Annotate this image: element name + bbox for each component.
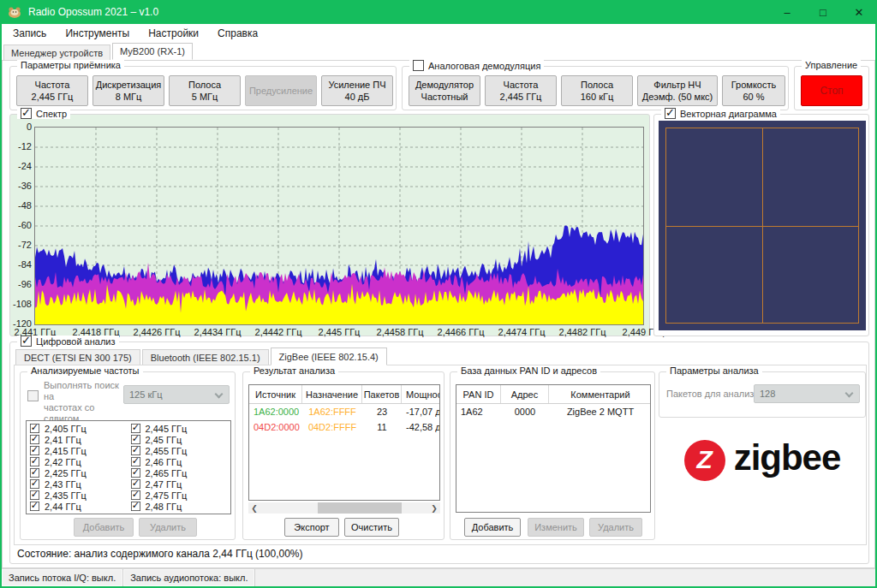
checkbox-checked-icon[interactable] [130,457,140,466]
menu-tools[interactable]: Инструменты [56,24,139,43]
scroll-left-icon[interactable]: ❮ [248,502,260,514]
if-gain-button[interactable]: Усиление ПЧ 40 дБ [321,75,393,106]
frequency-label: 2,405 ГГц [45,424,87,434]
frequency-label: 2,445 ГГц [146,424,188,434]
close-icon[interactable]: ✕ [841,0,877,24]
checkbox-checked-icon[interactable] [130,446,140,455]
frequency-item[interactable]: 2,435 ГГц [29,490,130,501]
frequency-item[interactable]: 2,48 ГГц [130,501,231,512]
checkbox-checked-icon[interactable] [30,435,39,444]
menu-help[interactable]: Справка [208,24,267,43]
scroll-right-icon[interactable]: ❯ [428,502,440,514]
x-tick-label: 2,4426 ГГц [134,327,181,337]
frequency-label: 2,415 ГГц [45,446,87,456]
frequency-add-button: Добавить [74,518,134,537]
frequency-item[interactable]: 2,44 ГГц [29,501,130,512]
spectrum-checkbox[interactable] [21,108,32,119]
pan-db-table[interactable]: PAN ID Адрес Комментарий 1A62 0000 ZigBe… [456,384,651,513]
tab-myb200-rx1[interactable]: MyB200 (RX-1) [112,43,193,60]
table-row[interactable]: 1A62:0000 1A62:FFFF 23 -17,07 дБ [249,404,439,419]
frequency-item[interactable]: 2,445 ГГц [130,423,231,434]
demodulator-button[interactable]: Демодулятор Частотный [409,75,480,106]
col-power: Мощность [402,385,440,403]
cell-packets: 11 [362,419,402,435]
frequencies-listbox[interactable]: 2,405 ГГц 2,41 ГГц 2,415 ГГц 2,42 ГГц 2,… [26,420,231,514]
iq-recording-status: Запись потока I/Q: выкл. [2,569,123,586]
sample-rate-button[interactable]: Дискретизация 8 МГц [92,75,164,106]
bandwidth-button[interactable]: Полоса 5 МГц [169,75,241,106]
frequency-label: 2,46 ГГц [146,457,182,467]
maximize-icon[interactable]: □ [805,0,841,24]
checkbox-checked-icon[interactable] [30,502,39,511]
frequency-item[interactable]: 2,465 ГГц [130,467,231,478]
checkbox-checked-icon[interactable] [130,468,140,478]
tab-device-manager[interactable]: Менеджер устройств [3,45,110,60]
checkbox-checked-icon[interactable] [30,424,39,433]
cell-pan-id: 1A62 [456,404,501,419]
scroll-thumb[interactable] [318,502,402,514]
checkbox-checked-icon[interactable] [130,479,140,489]
demod-bandwidth-button[interactable]: Полоса 160 кГц [561,75,633,106]
clear-button[interactable]: Очистить [344,518,399,537]
checkbox-checked-icon[interactable] [30,468,39,478]
tab-zigbee[interactable]: ZigBee (IEEE 802.15.4) [271,347,387,365]
frequency-item[interactable]: 2,41 ГГц [29,434,130,445]
export-button[interactable]: Экспорт [284,518,339,537]
minimize-icon[interactable]: – [769,0,805,24]
checkbox-checked-icon[interactable] [30,479,39,489]
y-tick-label: -36 [10,181,32,191]
analog-demod-checkbox[interactable] [413,60,424,71]
vector-diagram-checkbox[interactable] [665,108,676,119]
tab-dect[interactable]: DECT (ETSI EN 300 175) [15,349,140,365]
frequency-label: 2,43 ГГц [45,479,81,490]
spectrum-plot-area[interactable] [34,127,644,325]
checkbox-checked-icon[interactable] [30,446,39,455]
y-tick-label: -48 [10,200,32,211]
checkbox-checked-icon[interactable] [130,502,140,511]
frequency-item[interactable]: 2,42 ГГц [29,456,130,467]
menu-bar: Запись Инструменты Настройки Справка [2,24,875,43]
frequencies-group: Анализируемые частоты Выполнять поиск на… [20,371,236,540]
frequency-item[interactable]: 2,475 ГГц [130,490,231,501]
analysis-params-group: Параметры анализа Пакетов для анализа: 1… [659,371,866,418]
table-row[interactable]: 1A62 0000 ZigBee 2 MQTT [456,404,650,419]
volume-button[interactable]: Громкость 60 % [722,75,785,106]
tab-bluetooth[interactable]: Bluetooth (IEEE 802.15.1) [142,349,269,365]
checkbox-checked-icon[interactable] [130,424,140,433]
frequency-button[interactable]: Частота 2,445 ГГц [16,75,88,106]
scroll-track[interactable] [260,502,428,514]
checkbox-checked-icon[interactable] [130,490,140,500]
checkbox-checked-icon[interactable] [30,457,39,466]
frequency-label: 2,48 ГГц [146,502,182,512]
frequency-label: 2,475 ГГц [146,490,188,501]
results-table[interactable]: Источник Назначение Пакетов Мощность 1A6… [248,384,440,501]
menu-settings[interactable]: Настройки [139,24,208,43]
x-tick-label: 2,4466 ГГц [438,327,485,337]
analysis-params-title: Параметры анализа [666,365,762,376]
frequency-item[interactable]: 2,45 ГГц [130,434,231,445]
demod-frequency-button[interactable]: Частота 2,445 ГГц [485,75,557,106]
table-row[interactable]: 04D2:0000 04D2:FFFF 11 -42,58 дБ [249,419,439,435]
frequency-item[interactable]: 2,43 ГГц [29,478,130,490]
results-h-scrollbar[interactable]: ❮ ❯ [248,502,440,514]
frequency-item[interactable]: 2,47 ГГц [130,478,231,490]
protocol-tabstrip: DECT (ETSI EN 300 175) Bluetooth (IEEE 8… [15,347,389,365]
digital-analysis-checkbox[interactable] [21,336,32,347]
y-tick-label: 0 [10,122,32,132]
frequency-item[interactable]: 2,425 ГГц [29,467,130,478]
frequency-item[interactable]: 2,455 ГГц [130,445,231,456]
checkbox-checked-icon[interactable] [130,435,140,444]
frequency-item[interactable]: 2,46 ГГц [130,456,231,467]
analog-demod-group: Аналоговая демодуляция Демодулятор Часто… [402,66,789,110]
pan-add-button[interactable]: Добавить [464,518,521,537]
frequency-item[interactable]: 2,405 ГГц [29,423,130,434]
menu-record[interactable]: Запись [3,24,56,43]
frequency-item[interactable]: 2,415 ГГц [29,445,130,456]
spectrum-group: Спектр 0-12-24-36-48-60-72-84-96-108-120… [9,114,650,336]
checkbox-checked-icon[interactable] [30,490,39,500]
zigbee-logo-text: zigbee [734,437,841,478]
lowpass-filter-button[interactable]: Фильтр НЧ Деэмф. (50 мкс) [637,75,718,106]
stop-button[interactable]: Стоп [801,75,862,106]
x-tick-label: 2,4434 ГГц [194,327,242,337]
x-tick-label: 2,445 ГГц [319,327,361,337]
